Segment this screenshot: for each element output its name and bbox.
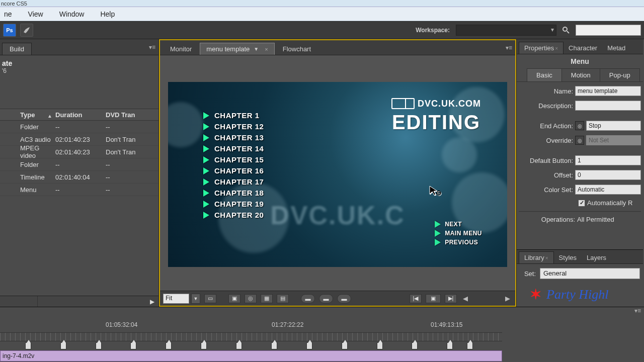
auto-checkbox[interactable]: ✓Automatically R bbox=[519, 199, 641, 207]
name-label: Name: bbox=[519, 87, 573, 95]
close-icon[interactable]: × bbox=[555, 46, 558, 51]
workspace-select[interactable] bbox=[456, 25, 556, 36]
preview-controls: Fit ▼ ▭ ▣ ◎ ▦ ▤ ▬ ▬ ▬ |◀ ▣ ▶| ◀ ▶ bbox=[160, 291, 515, 306]
search-icon[interactable] bbox=[560, 25, 572, 36]
time-ruler[interactable]: 01:05:32:04 01:27:22:22 01:49:13:15 bbox=[0, 321, 502, 330]
popup-tab[interactable]: Pop-up bbox=[600, 68, 640, 81]
workspace-label: Workspace: bbox=[416, 27, 450, 34]
build-tab[interactable]: Build bbox=[2, 43, 32, 55]
chapter-button[interactable]: CHAPTER 15 bbox=[203, 155, 264, 164]
styles-tab[interactable]: Styles bbox=[554, 252, 582, 263]
column-headers[interactable]: Type▲ Duration DVD Tran bbox=[0, 109, 158, 121]
chapter-button[interactable]: CHAPTER 19 bbox=[203, 200, 264, 208]
play-icon bbox=[203, 190, 209, 197]
tool-brush-icon[interactable] bbox=[20, 24, 33, 37]
name-field[interactable]: menu template bbox=[575, 86, 641, 96]
metadata-tab[interactable]: Metad bbox=[602, 42, 630, 54]
basic-tab[interactable]: Basic bbox=[527, 68, 562, 81]
layers-tab[interactable]: Layers bbox=[582, 252, 611, 263]
table-row[interactable]: Folder---- bbox=[0, 158, 158, 171]
close-tab-icon[interactable]: × bbox=[265, 46, 268, 52]
toolbar: Ps Workspace: bbox=[0, 21, 644, 39]
panel-menu-icon[interactable]: ▾≡ bbox=[506, 44, 512, 51]
chapter-button[interactable]: CHAPTER 14 bbox=[203, 144, 264, 153]
default-button-field[interactable]: 1 bbox=[575, 155, 641, 165]
menu-template-tab[interactable]: menu template▼ × bbox=[200, 43, 274, 55]
table-row[interactable]: Timeline02:01:40:04-- bbox=[0, 171, 158, 184]
library-item[interactable]: ✶ Party Highl bbox=[520, 286, 640, 303]
pill-button[interactable]: ▬ bbox=[337, 294, 351, 303]
properties-panel: Properties× Character Metad Menu Basic M… bbox=[516, 39, 643, 307]
play-icon bbox=[203, 156, 209, 163]
color-set-field[interactable]: Automatic bbox=[575, 185, 641, 195]
tool-photoshop-icon[interactable]: Ps bbox=[3, 24, 16, 37]
monitor-icon bbox=[391, 98, 415, 109]
scroll-right-icon[interactable]: ▶ bbox=[503, 295, 512, 302]
video-clip[interactable]: ing-7-4.m2v bbox=[0, 350, 502, 361]
end-action-label: End Action: bbox=[519, 122, 573, 130]
chapter-button[interactable]: CHAPTER 1 bbox=[203, 111, 264, 120]
target-icon[interactable]: ◎ bbox=[245, 294, 257, 303]
offset-field[interactable]: 0 bbox=[575, 170, 641, 180]
chapter-button[interactable]: CHAPTER 18 bbox=[203, 189, 264, 197]
menu-view[interactable]: View bbox=[26, 9, 45, 20]
safe-area-icon[interactable]: ▣ bbox=[228, 294, 240, 303]
flowchart-tab[interactable]: Flowchart bbox=[277, 43, 317, 55]
menu-help[interactable]: Help bbox=[98, 9, 117, 20]
timeline-panel: ▾≡ 01:05:32:04 01:27:22:22 01:49:13:15 i… bbox=[0, 307, 644, 362]
nav-previous[interactable]: PREVIOUS bbox=[435, 239, 482, 246]
nav-main-menu[interactable]: MAIN MENU bbox=[435, 230, 482, 237]
chapter-button[interactable]: CHAPTER 13 bbox=[203, 133, 264, 142]
chapter-button[interactable]: CHAPTER 20 bbox=[203, 211, 264, 219]
grid2-icon[interactable]: ▤ bbox=[277, 294, 289, 303]
project-panel: Build ▾≡ ate '6 Type▲ Duration DVD Tran … bbox=[0, 39, 159, 307]
monitor-panel: Monitor menu template▼ × Flowchart ▾≡ DV… bbox=[159, 39, 516, 307]
description-field[interactable] bbox=[575, 101, 641, 111]
menu-file[interactable]: ne bbox=[2, 9, 14, 20]
play-icon bbox=[203, 145, 209, 152]
panel-menu-icon[interactable]: ▾≡ bbox=[149, 44, 155, 51]
motion-tab[interactable]: Motion bbox=[562, 68, 600, 81]
chapter-button[interactable]: CHAPTER 12 bbox=[203, 122, 264, 131]
set-field[interactable]: General bbox=[540, 268, 640, 279]
aspect-icon[interactable]: ▭ bbox=[204, 294, 216, 303]
character-tab[interactable]: Character bbox=[564, 42, 602, 54]
play-icon bbox=[203, 212, 209, 219]
menu-window[interactable]: Window bbox=[57, 9, 87, 20]
step-back-icon[interactable]: |◀ bbox=[410, 294, 422, 303]
watermark: DVC.UK.C bbox=[270, 200, 405, 230]
scroll-left-icon[interactable]: ◀ bbox=[461, 295, 470, 302]
search-input[interactable] bbox=[576, 25, 641, 36]
zoom-fit[interactable]: Fit bbox=[163, 294, 189, 304]
properties-tab[interactable]: Properties× bbox=[519, 42, 564, 54]
pill-button[interactable]: ▬ bbox=[301, 294, 315, 303]
panel-menu-icon[interactable]: ▾≡ bbox=[634, 307, 641, 314]
panel-title: Menu bbox=[517, 54, 643, 68]
brand-block: DVC.UK.COM EDITING bbox=[391, 98, 481, 134]
nav-next[interactable]: NEXT bbox=[435, 221, 482, 228]
override-field[interactable]: Not Set bbox=[586, 135, 641, 145]
pickwhip-icon[interactable]: ◎ bbox=[575, 136, 584, 145]
chapter-button[interactable]: CHAPTER 16 bbox=[203, 166, 264, 175]
menu-preview[interactable]: DVC.UK.C CHAPTER 1 CHAPTER 12 CHAPTER 13… bbox=[168, 82, 507, 267]
table-row[interactable]: MPEG video02:01:40:23Don't Tran bbox=[0, 146, 158, 158]
star-icon: ✶ bbox=[530, 286, 541, 303]
play-icon[interactable]: ▶ bbox=[146, 296, 158, 307]
zoom-slider[interactable] bbox=[0, 296, 38, 307]
step-fwd-icon[interactable]: ▶| bbox=[445, 294, 457, 303]
menu-bar: ne View Window Help bbox=[0, 7, 644, 21]
grid-icon[interactable]: ▦ bbox=[261, 294, 273, 303]
pill-button[interactable]: ▬ bbox=[319, 294, 333, 303]
chapter-button[interactable]: CHAPTER 17 bbox=[203, 177, 264, 186]
operations-label: Operations: bbox=[521, 216, 575, 223]
chevron-down-icon[interactable]: ▼ bbox=[254, 46, 259, 52]
pickwhip-icon[interactable]: ◎ bbox=[575, 121, 584, 130]
table-row[interactable]: Menu---- bbox=[0, 184, 158, 196]
table-row[interactable]: Folder---- bbox=[0, 121, 158, 133]
zoom-dropdown[interactable]: ▼ bbox=[191, 294, 200, 304]
monitor-tab[interactable]: Monitor bbox=[164, 43, 198, 55]
preview-icon[interactable]: ▣ bbox=[426, 294, 441, 303]
marker-row[interactable] bbox=[0, 341, 502, 350]
end-action-field[interactable]: Stop bbox=[586, 121, 641, 131]
library-tab[interactable]: Library× bbox=[519, 251, 554, 263]
